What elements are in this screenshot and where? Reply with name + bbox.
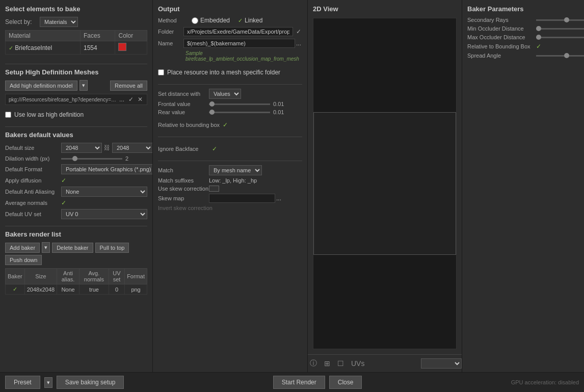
default-format-label: Default Format — [5, 166, 61, 172]
place-resource-checkbox[interactable] — [158, 69, 164, 75]
faces-col-header: Faces — [81, 31, 115, 41]
color-swatch[interactable] — [118, 43, 126, 51]
secondary-rays-slider[interactable] — [536, 19, 584, 21]
rear-label: Rear value — [158, 109, 209, 115]
min-occluder-slider[interactable] — [536, 28, 584, 30]
dilation-slider[interactable] — [61, 158, 122, 160]
rear-slider[interactable] — [209, 112, 270, 113]
spread-angle-row: Spread Angle — [467, 53, 579, 59]
place-resource-label: Place resource into a mesh specific fold… — [167, 69, 280, 76]
set-distance-select[interactable]: Values — [209, 89, 241, 99]
name-options-icon[interactable]: ... — [295, 40, 302, 47]
bakers-default-title: Bakers default values — [5, 131, 147, 139]
avg-col: Avg. normals — [79, 269, 109, 284]
preset-button[interactable]: Preset — [5, 376, 40, 389]
mesh-confirm-icon[interactable]: ✓ — [127, 96, 135, 103]
delete-baker-button[interactable]: Delete baker — [52, 243, 93, 253]
close-button[interactable]: Close — [329, 376, 362, 389]
spread-angle-slider[interactable] — [536, 55, 584, 57]
size-col: Size — [24, 269, 57, 284]
left-panel: Select elements to bake Select by: Mater… — [0, 0, 153, 372]
relative-bb-label: Relative to bounding box — [158, 122, 220, 128]
relative-bb-check[interactable]: ✓ — [223, 121, 228, 128]
average-normals-label: Average normals — [5, 200, 61, 206]
info-icon[interactable]: ⓘ — [308, 358, 319, 369]
size-select-2[interactable]: 2048 — [112, 143, 153, 153]
secondary-rays-row: Secondary Rays — [467, 17, 579, 23]
average-normals-check[interactable]: ✓ — [61, 199, 66, 206]
default-uv-select[interactable]: UV 0 — [61, 209, 147, 219]
output-title: Output — [158, 5, 302, 13]
faces-value: 1554 — [81, 41, 115, 55]
average-normals-row: Average normals ✓ — [5, 199, 147, 206]
use-low-checkbox[interactable] — [5, 112, 11, 118]
save-setup-button[interactable]: Save baking setup — [57, 376, 124, 389]
pull-to-top-button[interactable]: Pull to top — [95, 243, 129, 253]
default-uv-row: Default UV set UV 0 — [5, 209, 147, 219]
default-aa-label: Default Anti Aliasing — [5, 189, 61, 195]
frontal-label: Frontal value — [158, 101, 209, 107]
apply-diffusion-check[interactable]: ✓ — [61, 177, 66, 184]
use-low-label: Use low as high definition — [14, 111, 84, 118]
relative-bb-param-label: Relative to Bounding Box — [467, 43, 536, 49]
add-hd-button[interactable]: Add high definition model — [5, 81, 77, 91]
start-render-button[interactable]: Start Render — [273, 376, 325, 389]
skew-map-browse-icon[interactable]: ... — [275, 195, 282, 202]
select-elements-title: Select elements to bake — [5, 5, 147, 13]
secondary-rays-label: Secondary Rays — [467, 17, 536, 23]
bottom-bar: Preset ▾ Save baking setup Start Render … — [0, 372, 584, 392]
link-icon: ⛓ — [104, 144, 110, 151]
bakers-render-title: Bakers render list — [5, 230, 147, 238]
baker-format: png — [125, 284, 147, 295]
right-panel: 2D View ⓘ ⊞ ☐ UVs — [308, 0, 462, 372]
frontal-slider[interactable] — [209, 103, 270, 105]
name-input[interactable] — [183, 39, 295, 48]
baker-aa: None — [57, 284, 79, 295]
uv-select[interactable] — [421, 358, 462, 369]
select-by-label: Select by: — [5, 18, 36, 25]
default-aa-select[interactable]: None — [61, 187, 147, 197]
use-skew-label: Use skew correction — [158, 186, 209, 192]
row-check[interactable]: ✓ — [9, 45, 13, 51]
setup-hd-title: Setup High Definition Meshes — [5, 68, 147, 76]
skew-map-input[interactable] — [209, 194, 275, 203]
dilation-label: Dilation width (px) — [5, 155, 61, 162]
mesh-options-icon[interactable]: ... — [118, 96, 125, 103]
name-label: Name — [158, 40, 183, 46]
remove-all-button[interactable]: Remove all — [110, 81, 147, 91]
max-occluder-row: Max Occluder Distance — [467, 34, 579, 40]
grid-icon[interactable]: ⊞ — [322, 358, 332, 369]
add-hd-dropdown[interactable]: ▾ — [79, 80, 88, 91]
relative-bb-param-check[interactable]: ✓ — [536, 43, 541, 50]
preset-dropdown[interactable]: ▾ — [44, 377, 52, 388]
canvas-area — [313, 18, 457, 349]
ignore-backface-check[interactable]: ✓ — [212, 145, 217, 152]
mesh-row: pkg:///Resources/birefcase_hp?dependency… — [5, 94, 147, 105]
display-icon[interactable]: ☐ — [335, 358, 346, 369]
size-select-1[interactable]: 2048 — [61, 143, 102, 153]
dilation-value: 2 — [125, 155, 141, 162]
default-aa-row: Default Anti Aliasing None — [5, 187, 147, 197]
color-col-header: Color — [115, 31, 147, 41]
middle-panel: Output Method Embedded ✓ Linked Folder ✓… — [153, 0, 308, 372]
table-row: ✓ BriefcaseIntel 1554 — [6, 41, 147, 55]
default-format-select[interactable]: Portable Network Graphics (*.png) — [61, 164, 153, 174]
add-baker-button[interactable]: Add baker — [5, 243, 40, 253]
mesh-close-icon[interactable]: ✕ — [137, 96, 144, 103]
push-down-button[interactable]: Push down — [5, 255, 42, 265]
skew-map-row: Skew map ... — [158, 194, 302, 203]
folder-browse-icon[interactable]: ✓ — [295, 28, 302, 35]
baker-row-check[interactable]: ✓ — [13, 286, 17, 292]
add-baker-dropdown[interactable]: ▾ — [42, 242, 50, 253]
folder-input[interactable] — [183, 27, 293, 36]
gpu-acceleration-label: GPU acceleration: disabled — [511, 379, 579, 385]
baker-table: Baker Size Anti alias. Avg. normals UV s… — [5, 268, 147, 295]
match-suffixes-label: Match suffixes — [158, 177, 209, 184]
max-occluder-slider[interactable] — [536, 37, 584, 38]
two-d-view: 2D View — [308, 0, 462, 354]
apply-diffusion-label: Apply diffusion — [5, 177, 61, 184]
select-by-dropdown[interactable]: Materials — [40, 17, 78, 27]
match-select[interactable]: By mesh name — [209, 165, 262, 175]
min-occluder-row: Min Occluder Distance 0.00 — [467, 25, 579, 32]
embedded-radio[interactable] — [192, 17, 198, 24]
